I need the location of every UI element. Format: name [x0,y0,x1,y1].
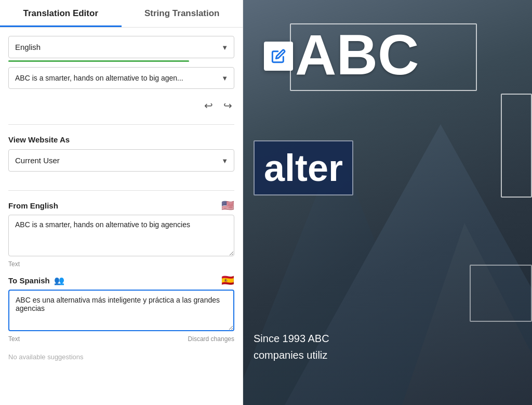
from-lang-label: From English [8,201,58,210]
view-as-select-wrapper: Current User Guest Admin ▼ [8,149,234,172]
since-preview-text: Since 1993 ABCcompanies utiliz [254,330,527,363]
pencil-icon [271,49,286,63]
from-translation-section: From English 🇺🇸 Text [8,199,234,268]
left-panel: Translation Editor String Translation En… [0,0,243,405]
from-header-left: From English [8,201,58,210]
people-icon: 👥 [54,276,64,285]
divider-1 [8,124,234,125]
divider-2 [8,190,234,191]
view-website-as-section: View Website As Current User Guest Admin… [8,133,234,182]
from-type-label: Text [8,260,20,268]
to-lang-label: To Spanish [8,276,50,285]
abc-preview-text: ABC [295,26,419,83]
from-flag-icon: 🇺🇸 [221,199,234,212]
undo-redo-toolbar: ↩ ↪ [8,97,234,114]
to-footer: Text Discard changes [8,335,234,343]
suggestions-text: No available suggestions [8,349,234,365]
from-text-area[interactable] [8,215,234,256]
tab-string-translation[interactable]: String Translation [122,0,243,27]
to-translation-section: To Spanish 👥 🇪🇸 Text Discard changes [8,274,234,343]
string-selector-wrapper: ABC is a smarter, hands on alternative t… [8,67,234,89]
from-header: From English 🇺🇸 [8,199,234,212]
undo-button[interactable]: ↩ [202,97,215,114]
language-selector-wrapper: English Spanish French German Portuguese… [8,36,234,58]
to-type-label: Text [8,335,20,343]
right-panel: ABC alter Since 1993 ABCcompanies utiliz [243,0,532,405]
edit-icon-box[interactable] [264,42,293,71]
altern-box: alter [254,140,353,195]
string-select[interactable]: ABC is a smarter, hands on alternative t… [8,67,234,89]
view-as-select[interactable]: Current User Guest Admin [8,149,234,172]
to-flag-icon: 🇪🇸 [221,274,234,286]
discard-changes-link[interactable]: Discard changes [188,335,234,343]
tabs-bar: Translation Editor String Translation [0,0,243,28]
tab-translation-editor[interactable]: Translation Editor [0,0,122,27]
to-text-area[interactable] [8,290,234,331]
tab-translation-editor-label: Translation Editor [23,8,98,18]
to-header-left: To Spanish 👥 [8,276,64,285]
panel-body: English Spanish French German Portuguese… [0,28,243,405]
redo-button[interactable]: ↪ [221,97,234,114]
view-website-as-label: View Website As [8,135,234,144]
to-header: To Spanish 👥 🇪🇸 [8,274,234,286]
altern-preview-text: alter [264,147,343,189]
language-progress-bar [8,60,189,62]
tab-string-translation-label: String Translation [144,8,220,18]
from-footer: Text [8,260,234,268]
language-select[interactable]: English Spanish French German Portuguese [8,36,234,58]
